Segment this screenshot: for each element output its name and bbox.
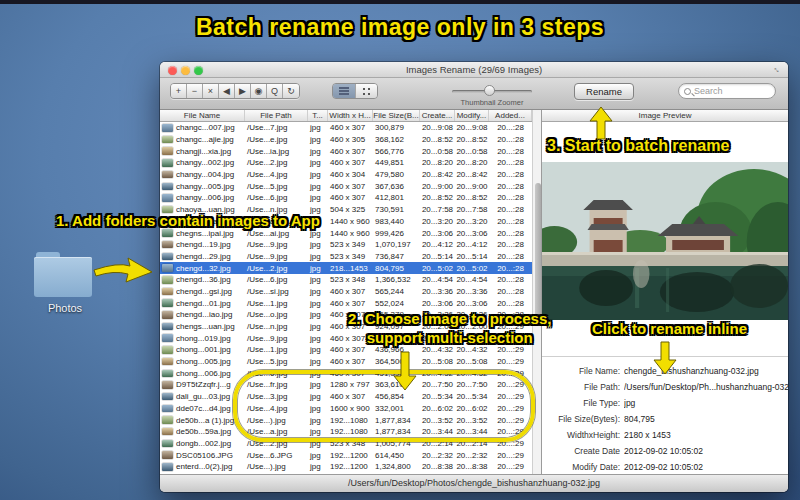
cell-added: 20...:28 <box>489 182 532 191</box>
column-header[interactable]: Modify... <box>455 110 489 121</box>
file-thumbnail-icon <box>162 171 173 179</box>
cell-size: 479,580 <box>373 170 420 179</box>
cell-path: /Use...n.jpg <box>245 322 308 331</box>
info-value[interactable]: 2180 x 1453 <box>624 427 788 443</box>
column-header[interactable]: T... <box>308 110 328 121</box>
info-row: File Type:jpg <box>542 395 788 411</box>
info-label: Create Date <box>542 443 624 459</box>
file-thumbnail-icon <box>162 194 173 202</box>
file-thumbnail-icon <box>162 428 173 436</box>
cell-path: /Use...5.jpg <box>245 357 308 366</box>
image-preview-header: Image Preview <box>542 110 788 122</box>
cell-path: /Use...e.jpg <box>245 135 308 144</box>
cell-added: 20...:28 <box>489 299 532 308</box>
table-row[interactable]: changy...004.jpg/Use...4.jpgjpg460 x 304… <box>160 169 532 181</box>
info-value[interactable]: jpg <box>624 395 788 411</box>
cell-path: /Use...2.jpg <box>245 264 308 273</box>
table-row[interactable]: chengd...36.jpg/Use...6.jpgjpg523 x 3481… <box>160 274 532 286</box>
column-header[interactable]: File Path <box>245 110 308 121</box>
refresh-icon: ↻ <box>287 86 295 96</box>
rename-button[interactable]: Rename <box>574 83 634 100</box>
cell-type: jpg <box>308 322 328 331</box>
forward-button[interactable]: ▶ <box>235 84 251 98</box>
table-row[interactable]: DSC05106.JPG/Use...6.JPGjpg192...1200614… <box>160 449 532 461</box>
cell-dims: 1440 x 960 <box>328 217 373 226</box>
table-row[interactable]: chengd...01.jpg/Use...1.jpgjpg460 x 3075… <box>160 297 532 309</box>
cell-modify: 20...7:58 <box>455 205 489 214</box>
column-header[interactable]: Create... <box>420 110 455 121</box>
table-row[interactable]: chengd...gsi.jpg/Use...si.jpgjpg460 x 30… <box>160 286 532 298</box>
table-row[interactable]: chengd...29.jpg/Use...9.jpgjpg523 x 3497… <box>160 251 532 263</box>
magnifier-button[interactable]: Q <box>267 84 283 98</box>
info-value[interactable]: /Users/fun/Desktop/Ph...hushanzhuang-032… <box>624 379 788 395</box>
cell-name: changji...xia.jpg <box>174 147 245 156</box>
cell-size: 999,426 <box>373 229 420 238</box>
cell-create: 20...2:32 <box>420 451 455 460</box>
info-value[interactable]: 2012-09-02 10:05:02 <box>624 443 788 459</box>
view-mode-toggle <box>332 83 378 99</box>
cell-create: 20...3:20 <box>420 217 455 226</box>
cell-path: /Use...ia.jpg <box>245 147 308 156</box>
toolbar-button-group: +−×◀▶◉Q↻ <box>170 83 300 99</box>
table-row[interactable]: changy...005.jpg/Use...5.jpgjpg460 x 307… <box>160 180 532 192</box>
add-button[interactable]: + <box>171 84 187 98</box>
file-thumbnail-icon <box>162 136 173 144</box>
list-view-button[interactable] <box>333 84 355 98</box>
info-row: File Path:/Users/fun/Desktop/Ph...hushan… <box>542 379 788 395</box>
quicklook-eye-button[interactable]: ◉ <box>251 84 267 98</box>
cell-create: 20...5:02 <box>420 264 455 273</box>
desktop-background: Photos Images Rename (29/69 Images) ↔ +−… <box>0 0 800 500</box>
table-row[interactable]: changy...006.jpg/Use...6.jpgjpg460 x 307… <box>160 192 532 204</box>
table-row[interactable]: enterd...0(2).jpg/Use...).jpgjpg192...12… <box>160 461 532 473</box>
photos-folder-icon[interactable]: Photos <box>34 252 96 316</box>
delete-button[interactable]: × <box>203 84 219 98</box>
grid-view-button[interactable] <box>355 84 377 98</box>
remove-button[interactable]: − <box>187 84 203 98</box>
cell-type: jpg <box>308 240 328 249</box>
remove-icon: − <box>192 86 197 96</box>
info-label: Modify Date: <box>542 459 624 474</box>
table-row[interactable]: changc...007.jpg/Use...7.jpgjpg460 x 307… <box>160 122 532 134</box>
table-header-row[interactable]: File NameFile PathT...Width x H...File S… <box>160 110 532 122</box>
info-value[interactable]: chengde_bishushanzhuang-032.jpg <box>624 363 788 379</box>
cell-type: jpg <box>308 252 328 261</box>
cell-name: changy...006.jpg <box>174 193 245 202</box>
cell-modify: 20...5:08 <box>455 357 489 366</box>
column-header[interactable]: File Name <box>160 110 245 121</box>
cell-create: 20...5:08 <box>420 357 455 366</box>
cell-create: 20...4:54 <box>420 275 455 284</box>
column-header[interactable]: File Size(B... <box>373 110 420 121</box>
table-row[interactable]: changji...xia.jpg/Use...ia.jpgjpg460 x 3… <box>160 145 532 157</box>
table-row[interactable]: chong...005.jpg/Use...5.jpgjpg460 x 3073… <box>160 356 532 368</box>
thumbnail-zoomer-label: Thumbnail Zoomer <box>422 98 562 107</box>
column-header[interactable]: Added... <box>489 110 532 121</box>
cell-modify: 20...9:00 <box>455 182 489 191</box>
refresh-button[interactable]: ↻ <box>283 84 299 98</box>
info-value[interactable]: 2012-09-02 10:05:02 <box>624 459 788 474</box>
cell-added: 20...:28 <box>489 252 532 261</box>
cell-type: jpg <box>308 264 328 273</box>
thumbnail-zoomer-slider[interactable] <box>452 86 532 96</box>
cell-name: chengd...32.jpg <box>174 264 245 273</box>
cell-create: 20...8:52 <box>420 193 455 202</box>
cell-added: 20...:28 <box>489 240 532 249</box>
window-titlebar[interactable]: Images Rename (29/69 Images) ↔ <box>160 62 788 78</box>
file-thumbnail-icon <box>162 276 173 284</box>
back-button[interactable]: ◀ <box>219 84 235 98</box>
table-row[interactable]: chengd...19.jpg/Use...9.jpgjpg523 x 3491… <box>160 239 532 251</box>
cell-name: chengd...gsi.jpg <box>174 287 245 296</box>
table-row[interactable]: changc...ajie.jpg/Use...e.jpgjpg460 x 30… <box>160 134 532 146</box>
info-value[interactable]: 804,795 <box>624 411 788 427</box>
cell-added: 20...:28 <box>489 205 532 214</box>
search-input[interactable]: Search <box>678 83 776 99</box>
column-header[interactable]: Width x H... <box>328 110 373 121</box>
slider-knob[interactable] <box>484 85 495 96</box>
table-row[interactable]: changy...002.jpg/Use...2.jpgjpg460 x 307… <box>160 157 532 169</box>
cell-size: 412,801 <box>373 193 420 202</box>
table-row-selected[interactable]: chengd...32.jpg/Use...2.jpgjpg218...1453… <box>160 262 532 274</box>
cell-name: chengs...uan.jpg <box>174 322 245 331</box>
cell-create: 20...8:42 <box>420 170 455 179</box>
file-thumbnail-icon <box>162 358 173 366</box>
scrollbar-thumb[interactable] <box>535 183 541 318</box>
cell-type: jpg <box>308 170 328 179</box>
